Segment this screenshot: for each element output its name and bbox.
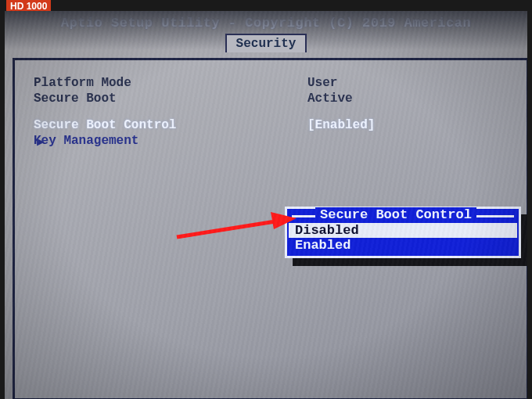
row-platform-mode: Platform Mode User bbox=[34, 76, 508, 90]
secure-boot-control-popup: Secure Boot Control Disabled Enabled bbox=[285, 207, 521, 258]
label-key-management: Key Management bbox=[34, 134, 307, 148]
value-secure-boot: Active bbox=[307, 92, 353, 106]
tab-bar: Security bbox=[5, 34, 527, 52]
label-secure-boot-control: Secure Boot Control bbox=[34, 118, 307, 132]
submenu-caret-icon: ▶ bbox=[37, 134, 45, 149]
row-secure-boot: Secure Boot Active bbox=[34, 92, 508, 106]
bios-screen: Aptio Setup Utility - Copyright (C) 2019… bbox=[5, 11, 527, 399]
bios-title: Aptio Setup Utility - Copyright (C) 2019… bbox=[5, 11, 527, 34]
row-secure-boot-control[interactable]: Secure Boot Control [Enabled] bbox=[34, 118, 508, 132]
popup-title-frame: Secure Boot Control bbox=[292, 209, 514, 223]
label-secure-boot: Secure Boot bbox=[34, 92, 307, 106]
popup-option-disabled[interactable]: Disabled bbox=[289, 223, 517, 238]
value-secure-boot-control: [Enabled] bbox=[307, 118, 375, 132]
tab-security[interactable]: Security bbox=[225, 34, 307, 52]
label-platform-mode: Platform Mode bbox=[34, 76, 307, 90]
popup-title: Secure Boot Control bbox=[315, 207, 476, 222]
value-platform-mode: User bbox=[307, 76, 337, 90]
popup-option-enabled[interactable]: Enabled bbox=[292, 238, 514, 253]
row-key-management[interactable]: ▶ Key Management bbox=[34, 134, 508, 148]
